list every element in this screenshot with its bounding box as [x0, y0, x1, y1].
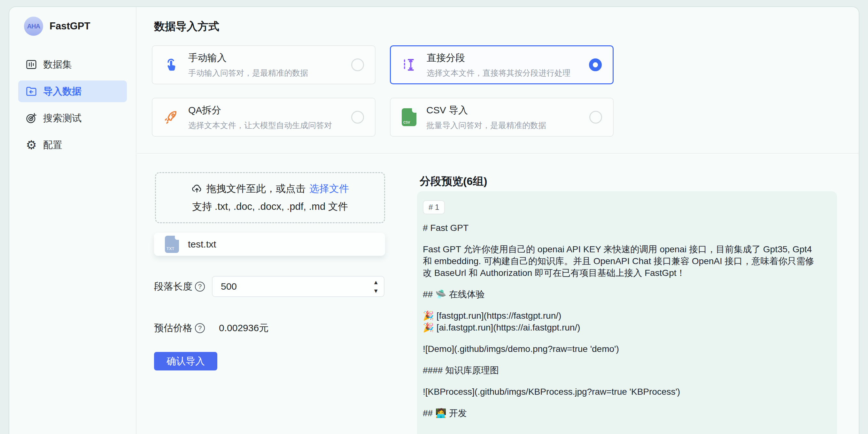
stepper-up-icon[interactable]: ▲: [373, 279, 379, 285]
preview-title: 分段预览(6组): [420, 174, 487, 189]
sidebar-item-label: 搜索测试: [43, 112, 82, 125]
help-icon[interactable]: ?: [195, 282, 205, 292]
choose-file-link[interactable]: 选择文件: [309, 182, 349, 195]
method-desc: 选择文本文件，让大模型自动生成问答对: [188, 120, 332, 131]
method-title: 手动输入: [188, 52, 308, 65]
stepper-down-icon[interactable]: ▼: [373, 288, 379, 294]
method-title: CSV 导入: [426, 104, 546, 117]
uploaded-file-item[interactable]: TXT test.txt: [154, 233, 385, 256]
sidebar-item-label: 数据集: [43, 58, 72, 71]
file-type-badge: TXT: [166, 246, 175, 251]
preview-paragraph: 🎉 [fastgpt.run](https://fastgpt.run/) 🎉 …: [423, 310, 817, 333]
preview-paragraph: # Fast GPT: [423, 222, 817, 234]
hand-click-icon: [162, 56, 180, 74]
method-card-csv-import[interactable]: csv CSV 导入 批量导入问答对，是最精准的数据: [390, 98, 614, 137]
price-value: 0.002936元: [219, 322, 269, 335]
segment-preview-card: # 1 # Fast GPT Fast GPT 允许你使用自己的 openai …: [417, 191, 837, 434]
preview-paragraph: Fast GPT 允许你使用自己的 openai API KEY 来快速的调用 …: [423, 243, 817, 279]
confirm-import-button[interactable]: 确认导入: [154, 352, 217, 370]
price-row: 预估价格 ? 0.002936元: [154, 322, 269, 335]
dropzone-support-text: 支持 .txt, .doc, .docx, .pdf, .md 文件: [192, 200, 348, 213]
cloud-upload-icon: [191, 183, 203, 195]
search-test-icon: [25, 112, 37, 124]
method-title: QA拆分: [188, 104, 332, 117]
sidebar-item-label: 配置: [43, 139, 62, 152]
app-panel: AHA FastGPT 数据集 导入数据: [9, 6, 859, 434]
file-name: test.txt: [188, 239, 216, 250]
preview-paragraph: ## 🧑‍💻 开发: [423, 407, 817, 419]
help-icon[interactable]: ?: [195, 323, 205, 333]
method-text: 直接分段 选择文本文件，直接将其按分段进行处理: [427, 52, 570, 78]
method-radio[interactable]: [589, 111, 602, 124]
brand-row: AHA FastGPT: [24, 16, 90, 36]
method-card-qa-split[interactable]: QA拆分 选择文本文件，让大模型自动生成问答对: [152, 98, 375, 137]
logo-glyph: AHA: [27, 23, 40, 30]
sidebar-item-config[interactable]: ⚙ 配置: [18, 134, 127, 156]
paragraph-length-input[interactable]: [213, 281, 347, 292]
file-dropzone[interactable]: 拖拽文件至此，或点击 选择文件 支持 .txt, .doc, .docx, .p…: [155, 172, 385, 223]
method-text: QA拆分 选择文本文件，让大模型自动生成问答对: [188, 104, 332, 131]
section-divider: [137, 153, 859, 154]
import-method-grid: 手动输入 手动输入问答对，是最精准的数据 直接分段 选择文本文件，直接将其按分段…: [152, 45, 614, 137]
segment-index-badge: # 1: [423, 200, 445, 214]
paragraph-length-input-box: ▲ ▼: [212, 276, 384, 297]
preview-paragraph: ## 🛸 在线体验: [423, 288, 817, 300]
method-card-direct-segment[interactable]: 直接分段 选择文本文件，直接将其按分段进行处理: [390, 45, 614, 84]
price-label: 预估价格: [154, 322, 192, 335]
csv-file-icon: csv: [400, 108, 418, 126]
method-desc: 批量导入问答对，是最精准的数据: [426, 120, 546, 131]
fastgpt-logo-icon: AHA: [24, 16, 43, 36]
method-title: 直接分段: [427, 52, 570, 65]
txt-file-icon: TXT: [165, 236, 179, 253]
config-icon: ⚙: [25, 139, 37, 151]
segment-preview-text: # Fast GPT Fast GPT 允许你使用自己的 openai API …: [423, 222, 817, 419]
sidebar-item-search-test[interactable]: 搜索测试: [18, 107, 127, 129]
paragraph-length-row: 段落长度 ? ▲ ▼: [154, 276, 384, 297]
sidebar-item-import-data[interactable]: 导入数据: [18, 80, 127, 102]
dropzone-line1: 拖拽文件至此，或点击 选择文件: [191, 182, 349, 195]
method-radio[interactable]: [351, 111, 364, 124]
preview-paragraph: ![KBProcess](.github/imgs/KBProcess.jpg?…: [423, 386, 817, 398]
import-data-icon: [25, 85, 37, 97]
app-window: { "app": { "name": "FastGPT", "logo_glyp…: [0, 0, 868, 434]
method-text: CSV 导入 批量导入问答对，是最精准的数据: [426, 104, 546, 131]
preview-paragraph: #### 知识库原理图: [423, 364, 817, 376]
method-desc: 选择文本文件，直接将其按分段进行处理: [427, 68, 570, 78]
method-card-manual-input[interactable]: 手动输入 手动输入问答对，是最精准的数据: [152, 45, 375, 84]
paragraph-length-label: 段落长度: [154, 280, 192, 293]
method-radio[interactable]: [351, 59, 364, 71]
method-text: 手动输入 手动输入问答对，是最精准的数据: [188, 52, 308, 78]
sidebar: AHA FastGPT 数据集 导入数据: [9, 7, 136, 434]
sidebar-item-label: 导入数据: [43, 85, 82, 98]
sidebar-item-dataset[interactable]: 数据集: [18, 54, 127, 75]
number-stepper: ▲ ▼: [373, 276, 379, 296]
page-title: 数据导入方式: [154, 19, 219, 34]
method-desc: 手动输入问答对，是最精准的数据: [188, 68, 308, 78]
segment-icon: [400, 56, 418, 74]
rocket-icon: [162, 108, 180, 126]
dropzone-text: 拖拽文件至此，或点击: [207, 182, 306, 195]
sidebar-nav: 数据集 导入数据 搜索测试 ⚙ 配置: [18, 54, 127, 156]
preview-paragraph: ![Demo](.github/imgs/demo.png?raw=true '…: [423, 343, 817, 355]
method-radio-checked[interactable]: [589, 59, 602, 71]
dataset-icon: [25, 59, 37, 71]
brand-title: FastGPT: [50, 21, 90, 32]
